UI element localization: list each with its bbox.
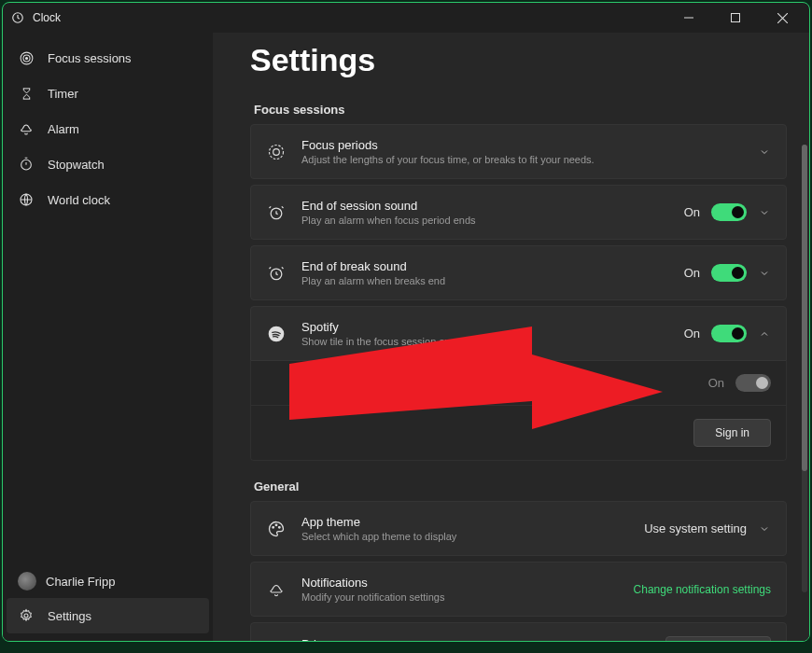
sidebar: Focus sessions Timer Alarm Stopwatch Wor… <box>3 33 213 641</box>
chevron-down-icon[interactable] <box>758 267 771 280</box>
privacy-icon <box>266 640 287 641</box>
spotify-auto-music-row: Automatically start music when starting … <box>250 361 787 406</box>
auto-music-label: Automatically start music when starting … <box>301 377 575 390</box>
target-icon <box>18 49 35 66</box>
stopwatch-icon <box>18 156 35 173</box>
card-title: End of session sound <box>301 199 669 213</box>
privacy-card[interactable]: Privacy Your data is stored on your devi… <box>250 622 787 641</box>
spotify-card[interactable]: Spotify Show tile in the focus session e… <box>250 306 787 361</box>
card-title: End of break sound <box>301 259 669 273</box>
window-controls <box>669 5 802 31</box>
main-panel: Settings Focus sessions Focus periods Ad… <box>213 33 809 641</box>
card-subtitle: Modify your notification settings <box>301 591 619 603</box>
card-subtitle: Show tile in the focus session experienc… <box>301 336 669 347</box>
sidebar-item-label: Alarm <box>48 122 79 136</box>
notifications-card[interactable]: Notifications Modify your notification s… <box>250 562 787 617</box>
card-title: Focus periods <box>301 138 743 152</box>
spotify-signin-row: . Sign in <box>250 406 787 461</box>
scrollbar[interactable] <box>802 145 807 592</box>
toggle-state-label: On <box>684 266 700 280</box>
sidebar-item-focus-sessions[interactable]: Focus sessions <box>7 40 209 76</box>
clear-history-button[interactable]: Clear history <box>665 636 771 641</box>
scrollbar-thumb[interactable] <box>802 145 807 471</box>
card-title: Privacy <box>301 637 651 642</box>
end-session-toggle[interactable] <box>711 203 747 221</box>
notification-settings-link[interactable]: Change notification settings <box>634 583 771 596</box>
alarm-clock-icon <box>266 263 287 284</box>
toggle-state-label: On <box>708 376 724 390</box>
sidebar-item-world-clock[interactable]: World clock <box>7 182 209 217</box>
hourglass-icon <box>18 85 35 102</box>
sidebar-item-stopwatch[interactable]: Stopwatch <box>7 146 209 182</box>
section-title-general: General <box>254 479 787 493</box>
clock-app-icon <box>10 10 25 25</box>
svg-point-7 <box>24 614 28 618</box>
page-title: Settings <box>250 42 787 78</box>
auto-music-toggle[interactable] <box>735 374 771 392</box>
sidebar-item-label: Timer <box>48 87 78 101</box>
bell-icon <box>266 579 287 600</box>
section-title-focus: Focus sessions <box>254 103 787 117</box>
card-subtitle: Play an alarm when breaks end <box>301 275 669 286</box>
globe-icon <box>18 191 35 208</box>
minimize-button[interactable] <box>669 5 708 31</box>
chevron-down-icon[interactable] <box>758 522 771 535</box>
user-name: Charlie Fripp <box>46 575 115 589</box>
svg-point-9 <box>273 148 280 155</box>
svg-point-4 <box>25 57 27 59</box>
focus-periods-card[interactable]: Focus periods Adjust the lengths of your… <box>250 124 787 179</box>
end-session-sound-card[interactable]: End of session sound Play an alarm when … <box>250 185 787 240</box>
svg-point-15 <box>279 526 281 528</box>
toggle-state-label: On <box>684 205 700 219</box>
card-title: App theme <box>301 515 629 529</box>
signin-button[interactable]: Sign in <box>693 419 771 447</box>
card-subtitle: Select which app theme to display <box>301 531 629 542</box>
theme-value: Use system setting <box>644 521 747 535</box>
svg-point-14 <box>275 524 277 526</box>
svg-point-8 <box>270 145 284 159</box>
content-area: Focus sessions Timer Alarm Stopwatch Wor… <box>3 33 809 641</box>
sidebar-item-alarm[interactable]: Alarm <box>7 111 209 146</box>
chevron-up-icon[interactable] <box>758 327 771 340</box>
sidebar-item-label: Settings <box>48 609 91 623</box>
sidebar-item-label: World clock <box>48 193 110 207</box>
spotify-toggle[interactable] <box>711 325 747 342</box>
avatar <box>18 572 36 590</box>
card-subtitle: Play an alarm when focus period ends <box>301 215 669 226</box>
focus-periods-icon <box>266 142 287 162</box>
window-title: Clock <box>33 11 61 24</box>
chevron-down-icon[interactable] <box>758 146 771 159</box>
end-break-toggle[interactable] <box>711 264 747 282</box>
sidebar-item-label: Stopwatch <box>48 158 105 172</box>
spotify-icon <box>266 324 287 344</box>
palette-icon <box>266 519 287 539</box>
chevron-down-icon[interactable] <box>758 206 771 219</box>
card-title: Notifications <box>301 576 619 590</box>
alarm-clock-icon <box>266 202 287 223</box>
end-break-sound-card[interactable]: End of break sound Play an alarm when br… <box>250 245 787 300</box>
card-subtitle: Adjust the lengths of your focus time, o… <box>301 154 743 165</box>
toggle-state-label: On <box>684 326 700 340</box>
sidebar-item-timer[interactable]: Timer <box>7 76 209 111</box>
titlebar: Clock <box>3 3 809 33</box>
gear-icon <box>18 607 35 624</box>
sidebar-item-label: Focus sessions <box>48 51 132 65</box>
bell-icon <box>18 120 35 137</box>
maximize-button[interactable] <box>716 5 755 31</box>
svg-point-13 <box>273 526 274 528</box>
close-button[interactable] <box>763 5 802 31</box>
sidebar-item-settings[interactable]: Settings <box>7 598 209 633</box>
user-account-row[interactable]: Charlie Fripp <box>7 564 209 598</box>
app-theme-card[interactable]: App theme Select which app theme to disp… <box>250 501 787 556</box>
card-title: Spotify <box>301 320 669 334</box>
app-window: Clock Focus sessions Timer Alarm Stopwat <box>2 2 810 642</box>
svg-rect-1 <box>732 14 740 22</box>
